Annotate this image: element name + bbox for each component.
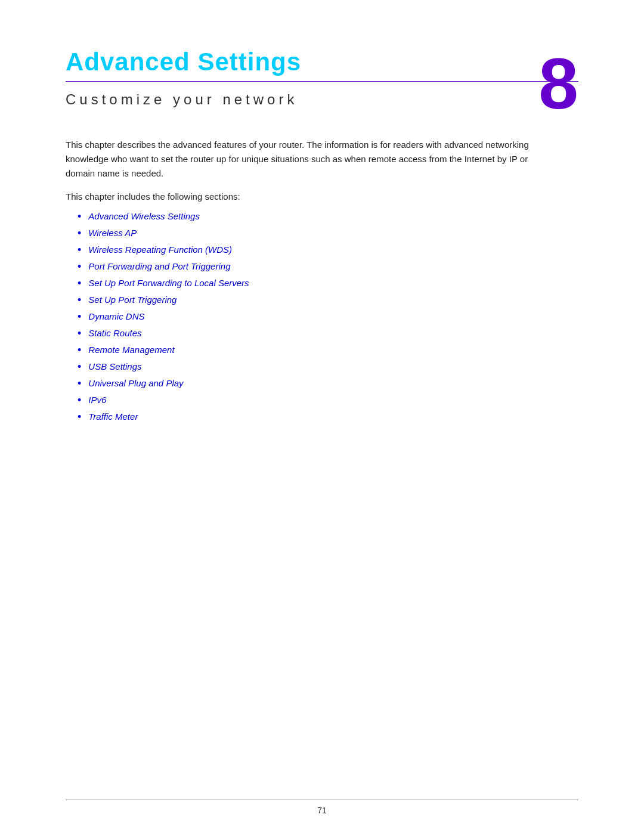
footer-line [66, 800, 578, 800]
toc-link-traffic-meter[interactable]: Traffic Meter [88, 411, 138, 422]
bullet-icon: • [78, 394, 81, 407]
toc-link-remote-management[interactable]: Remote Management [88, 345, 174, 355]
list-item: •Wireless AP [78, 228, 578, 240]
bullet-icon: • [78, 261, 81, 273]
intro-paragraph: This chapter describes the advanced feat… [66, 138, 555, 181]
bullet-icon: • [78, 227, 81, 240]
toc-link-static-routes[interactable]: Static Routes [88, 328, 141, 338]
bullet-icon: • [78, 377, 81, 390]
bullet-icon: • [78, 361, 81, 373]
chapter-number: 8 [538, 48, 578, 119]
toc-link-wireless-repeating-function[interactable]: Wireless Repeating Function (WDS) [88, 244, 232, 255]
bullet-icon: • [78, 344, 81, 357]
bullet-icon: • [78, 327, 81, 340]
bullet-icon: • [78, 411, 81, 423]
page-container: 8 Advanced Settings Customize your netwo… [0, 0, 644, 833]
toc-link-dynamic-dns[interactable]: Dynamic DNS [88, 311, 144, 321]
toc-link-universal-plug-and-play[interactable]: Universal Plug and Play [88, 378, 183, 388]
list-item: •Set Up Port Triggering [78, 295, 578, 306]
bullet-icon: • [78, 311, 81, 323]
bullet-icon: • [78, 210, 81, 223]
list-item: •Set Up Port Forwarding to Local Servers [78, 278, 578, 290]
chapter-title: Advanced Settings [66, 48, 578, 76]
toc-link-advanced-wireless-settings[interactable]: Advanced Wireless Settings [88, 211, 200, 221]
toc-link-wireless-ap[interactable]: Wireless AP [88, 228, 137, 238]
list-item: •IPv6 [78, 395, 578, 407]
chapter-subtitle: Customize your network [66, 91, 578, 108]
toc-list: •Advanced Wireless Settings•Wireless AP•… [78, 211, 578, 428]
toc-link-set-up-port-forwarding[interactable]: Set Up Port Forwarding to Local Servers [88, 278, 249, 288]
list-item: •Remote Management [78, 345, 578, 357]
sections-intro-text: This chapter includes the following sect… [66, 191, 578, 202]
toc-link-set-up-port-triggering[interactable]: Set Up Port Triggering [88, 295, 177, 305]
title-underline [66, 81, 578, 82]
bullet-icon: • [78, 277, 81, 290]
list-item: •Static Routes [78, 328, 578, 340]
list-item: •Universal Plug and Play [78, 378, 578, 390]
toc-link-usb-settings[interactable]: USB Settings [88, 361, 141, 371]
list-item: •USB Settings [78, 361, 578, 373]
list-item: •Advanced Wireless Settings [78, 211, 578, 223]
bullet-icon: • [78, 244, 81, 256]
toc-link-port-forwarding-triggering[interactable]: Port Forwarding and Port Triggering [88, 261, 230, 271]
list-item: •Dynamic DNS [78, 311, 578, 323]
page-number: 71 [317, 806, 327, 815]
bullet-icon: • [78, 294, 81, 306]
list-item: •Wireless Repeating Function (WDS) [78, 244, 578, 256]
toc-link-ipv6[interactable]: IPv6 [88, 395, 106, 405]
list-item: •Port Forwarding and Port Triggering [78, 261, 578, 273]
list-item: •Traffic Meter [78, 411, 578, 423]
